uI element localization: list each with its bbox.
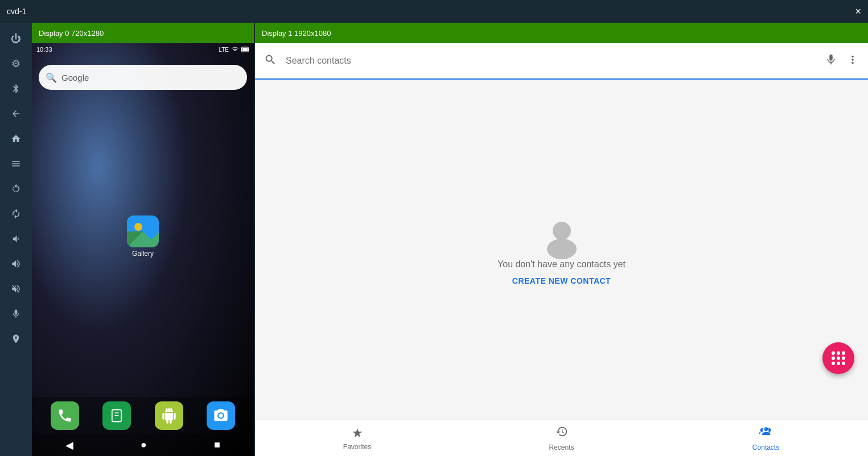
- contacts-icon: [759, 425, 773, 441]
- phone-time: 10:33: [36, 46, 52, 53]
- recents-icon: [556, 425, 568, 441]
- phone-network: LTE: [219, 47, 229, 53]
- contacts-app: You don't have any contacts yet CREATE N…: [255, 43, 868, 456]
- phone-search-bar[interactable]: 🔍 Google: [39, 65, 247, 90]
- displays-container: Display 0 720x1280 10:33 LTE: [32, 23, 868, 456]
- display0-screen: 10:33 LTE 🔍 Google: [32, 43, 254, 456]
- volume-up-icon[interactable]: [5, 252, 27, 275]
- svg-rect-2: [242, 48, 248, 51]
- display1-label: Display 1 1920x1080: [262, 29, 331, 38]
- svg-point-4: [134, 223, 142, 231]
- svg-point-11: [547, 239, 577, 259]
- gallery-icon-image: [127, 215, 159, 247]
- phone-icons-area: Gallery: [32, 99, 254, 397]
- contacts-tab-label: Contacts: [752, 443, 779, 451]
- phone-status-bar: 10:33 LTE: [32, 43, 254, 56]
- sidebar: ⏻ ⚙: [0, 23, 32, 456]
- contacts-more-icon[interactable]: [846, 53, 859, 69]
- dock-android-icon[interactable]: [155, 401, 183, 430]
- contacts-empty-body: You don't have any contacts yet CREATE N…: [255, 80, 868, 420]
- empty-contacts-message: You don't have any contacts yet: [497, 259, 626, 270]
- volume-down-icon[interactable]: [5, 227, 27, 250]
- refresh-icon[interactable]: [5, 202, 27, 225]
- fab-dot-1: [832, 351, 835, 355]
- dock-camera-icon[interactable]: [207, 401, 235, 430]
- display1-header: Display 1 1920x1080: [255, 23, 868, 43]
- svg-rect-1: [248, 48, 249, 51]
- title-bar: cvd-1 ×: [0, 0, 868, 23]
- rotate-icon[interactable]: [5, 177, 27, 200]
- nav-back-btn[interactable]: ◀: [65, 439, 73, 451]
- dock-fdroid-icon[interactable]: [102, 401, 131, 430]
- display0-label: Display 0 720x1280: [39, 29, 104, 38]
- window-title: cvd-1: [7, 7, 26, 16]
- favorites-icon: ★: [352, 426, 363, 441]
- contacts-fab-button[interactable]: [822, 342, 854, 374]
- phone-content: 10:33 LTE 🔍 Google: [32, 43, 254, 456]
- fab-dot-3: [842, 351, 845, 355]
- tab-favorites[interactable]: ★ Favorites: [255, 420, 459, 456]
- empty-contacts-icon: [539, 214, 585, 259]
- phone-navbar: ◀ ● ■: [32, 434, 254, 456]
- contacts-search-input[interactable]: [286, 56, 825, 66]
- dock-phone-icon[interactable]: [51, 401, 79, 430]
- close-button[interactable]: ×: [855, 6, 861, 18]
- display0-header: Display 0 720x1280: [32, 23, 254, 43]
- contacts-search-bar[interactable]: [255, 43, 868, 80]
- contacts-mic-icon[interactable]: [825, 53, 837, 69]
- contacts-bottom-nav: ★ Favorites Recents Contacts: [255, 420, 868, 456]
- phone-search-icon: 🔍: [46, 72, 57, 83]
- phone-search-text: Google: [61, 73, 89, 82]
- back-icon[interactable]: [5, 102, 27, 125]
- location-icon[interactable]: [5, 328, 27, 350]
- gallery-label: Gallery: [132, 250, 154, 258]
- tab-contacts[interactable]: Contacts: [664, 420, 868, 456]
- display1-panel: Display 1 1920x1080: [254, 23, 868, 456]
- search-actions: [825, 53, 859, 69]
- fab-dot-2: [837, 351, 840, 355]
- home-icon[interactable]: [5, 127, 27, 150]
- fab-grid-icon: [832, 351, 845, 365]
- settings-icon[interactable]: ⚙: [5, 52, 27, 75]
- fab-dot-6: [842, 356, 845, 360]
- display0-panel: Display 0 720x1280 10:33 LTE: [32, 23, 254, 456]
- mic-icon[interactable]: [5, 302, 27, 325]
- fab-dot-8: [837, 362, 840, 365]
- contacts-search-icon: [264, 53, 277, 69]
- power-icon[interactable]: ⏻: [5, 27, 27, 50]
- favorites-label: Favorites: [343, 443, 371, 451]
- mute-icon[interactable]: [5, 277, 27, 300]
- fab-dot-4: [832, 356, 835, 360]
- fab-dot-5: [837, 356, 840, 360]
- fab-dot-9: [842, 362, 845, 365]
- fab-dot-7: [832, 362, 835, 365]
- main-layout: ⏻ ⚙: [0, 23, 868, 456]
- gallery-app-icon[interactable]: Gallery: [127, 215, 159, 258]
- menu-icon[interactable]: [5, 152, 27, 175]
- tab-recents[interactable]: Recents: [459, 420, 664, 456]
- nav-recents-btn[interactable]: ■: [214, 439, 220, 451]
- svg-point-10: [553, 222, 571, 240]
- recents-label: Recents: [549, 443, 574, 451]
- bluetooth-icon[interactable]: [5, 77, 27, 100]
- phone-dock: [32, 397, 254, 434]
- create-contact-button[interactable]: CREATE NEW CONTACT: [512, 276, 611, 285]
- nav-home-btn[interactable]: ●: [141, 439, 147, 451]
